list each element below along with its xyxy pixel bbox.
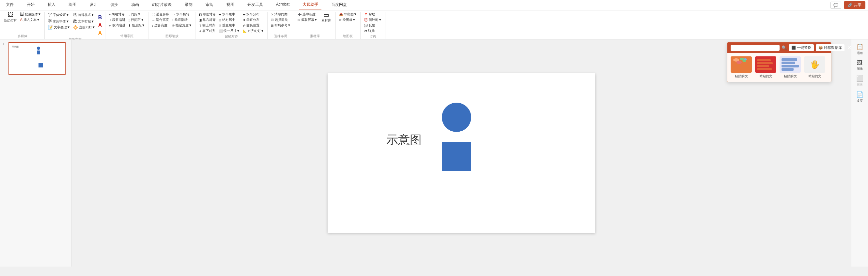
menu-slideshow[interactable]: 幻灯片放映 <box>149 1 175 9</box>
menu-animation[interactable]: 动画 <box>128 1 142 9</box>
popup-item-1[interactable]: 粘贴的文 <box>731 56 752 78</box>
btn-distribute-v[interactable]: ⬍ 垂直分布 <box>242 17 265 23</box>
center-h-icon: ⬌ <box>219 13 221 16</box>
sidebar-btn-multipage[interactable]: 📄 多页 <box>852 90 867 104</box>
popup-item-label-2: 粘贴的文 <box>760 74 772 78</box>
btn-color-red[interactable]: A <box>97 22 103 29</box>
sidebar-btn-image[interactable]: 🖼 图像 <box>852 58 867 72</box>
btn-spacing[interactable]: ↕ 间距▼ <box>127 12 146 17</box>
menu-view[interactable]: 视图 <box>223 1 238 9</box>
btn-fit-width[interactable]: ↔ 适合宽度 <box>150 17 170 23</box>
popup-panel: 🔍 ⬛ 一键替换 📦 转移数据库 ✕ <box>727 42 832 82</box>
menu-baidu[interactable]: 百度网盘 <box>328 1 350 9</box>
btn-align-bottom[interactable]: ⬇ 靠下对齐 <box>197 28 217 34</box>
popup-item-2[interactable]: 粘贴的文 <box>755 56 776 78</box>
menu-devtools[interactable]: 开发工具 <box>244 1 266 9</box>
btn-center-h[interactable]: ⬌ 水平居中 <box>217 12 241 17</box>
btn-purchase[interactable]: 🏷 订购 <box>363 28 383 34</box>
share-button[interactable]: 🔗 共享 <box>844 1 865 9</box>
asset-lib-icon: 🗃 <box>324 12 329 18</box>
popup-close-btn[interactable]: ✕ <box>846 45 852 51</box>
btn-align-slide[interactable]: 📐 对齐幻灯▼ <box>242 28 265 34</box>
btn-rotate[interactable]: ⟳ 指定角度▼ <box>170 23 193 28</box>
text-scatter-icon: 散 <box>73 19 77 24</box>
btn-new-slide[interactable]: 🖼 新幻灯片 <box>3 12 18 24</box>
menu-file[interactable]: 文件 <box>3 1 17 9</box>
ribbon-group-assets: ➕ 选中新建 ✂ 截取屏幕▼ 🗃 素材库 素材库 <box>294 12 336 39</box>
canvas-area: 示意图 🔍 ⬛ 一键替换 📦 转移数据库 ✕ <box>72 39 851 267</box>
align-left-icon: ◧ <box>199 13 202 16</box>
ribbon-group-purchase: 📍 帮助 ⏰ 倒计时▼ 💬 反馈 🏷 订购 <box>361 12 385 39</box>
btn-feedback[interactable]: 💬 反馈 <box>363 23 383 28</box>
popup-search-icon[interactable]: 🔍 <box>781 45 787 50</box>
btn-export-img[interactable]: 📤 导出图▼ <box>338 12 358 17</box>
help-icon: 📍 <box>364 13 368 16</box>
btn-uniform-size[interactable]: ⬜ 统一尺寸▼ <box>217 28 241 34</box>
sidebar-btn-common[interactable]: 📋 通用 <box>852 42 867 57</box>
btn-new-selected[interactable]: ➕ 选中新建 <box>296 12 319 17</box>
image-icon: 🖼 <box>857 59 863 66</box>
btn-color-orange[interactable]: A <box>97 30 103 36</box>
menu-dazhizhushou[interactable]: 大师助手 <box>299 1 321 9</box>
menu-draw[interactable]: 绘图 <box>65 1 80 9</box>
menu-insert[interactable]: 插入 <box>44 1 59 9</box>
btn-screenshot[interactable]: ✂ 截取屏幕▼ <box>296 17 319 23</box>
btn-bold[interactable]: B <box>97 14 103 21</box>
btn-center-abs[interactable]: ⊞ 绝对居中 <box>217 17 241 23</box>
current-slide-icon: 🔆 <box>73 25 78 30</box>
btn-current-slide[interactable]: 🔆 当前幻灯▼ <box>72 25 97 30</box>
menu-record[interactable]: 录制 <box>181 1 196 9</box>
popup-transfer-btn[interactable]: 📦 转移数据库 <box>816 44 844 51</box>
new-slide-icon: 🖼 <box>8 12 13 18</box>
menu-design[interactable]: 设计 <box>86 1 100 9</box>
btn-line-spacing[interactable]: ↨ 行间距▼ <box>127 17 146 23</box>
btn-swap-pos[interactable]: ⇄ 交换位置 <box>242 23 265 28</box>
slide-thumbnail[interactable]: 示意图 <box>8 42 66 75</box>
btn-align-top[interactable]: ⬆ 靠上对齐 <box>197 23 217 28</box>
btn-distribute-h[interactable]: ⬌ 水平分布 <box>242 12 265 17</box>
btn-flip-h[interactable]: ↔ 水平翻转 <box>170 12 193 17</box>
btn-fit-height[interactable]: ↕ 适合高度 <box>150 23 170 28</box>
menu-acrobat[interactable]: Acrobat <box>273 1 293 9</box>
btn-select-same[interactable]: ☑ 选择同类 <box>270 17 292 23</box>
btn-font-setting[interactable]: 字 字体设置▼ <box>46 12 71 18</box>
btn-countdown[interactable]: ⏰ 倒计时▼ <box>363 17 383 23</box>
text-arrange-icon: 📝 <box>48 25 53 30</box>
popup-thumb-3 <box>780 56 801 73</box>
btn-align-right[interactable]: ◨ 靠右对齐 <box>197 17 217 23</box>
btn-align-left[interactable]: ◧ 靠左对齐 <box>197 12 217 17</box>
distribute-v-icon: ⬍ <box>243 18 245 22</box>
btn-indent[interactable]: ↦ 段首缩进 <box>107 17 127 23</box>
menu-review[interactable]: 审阅 <box>202 1 217 9</box>
canvas-circle[interactable] <box>442 103 471 132</box>
btn-unindent[interactable]: ↤ 取消缩进 <box>107 23 127 28</box>
btn-text-scatter[interactable]: 散 文本打散▼ <box>72 18 97 25</box>
btn-insert-text[interactable]: A 插入文本▼ <box>19 17 42 23</box>
popup-item-4[interactable]: 🖐 粘贴的文 <box>804 56 825 78</box>
popup-search-input[interactable] <box>731 45 780 51</box>
sidebar-btn-shape[interactable]: ⬜ 形状 <box>852 74 867 88</box>
popup-replace-btn[interactable]: ⬛ 一键替换 <box>789 44 814 51</box>
btn-clear-same[interactable]: ✕ 清除同类 <box>270 12 292 17</box>
btn-text-arrange[interactable]: 📝 文字整理▼ <box>46 25 71 30</box>
canvas-rectangle[interactable] <box>442 142 471 171</box>
btn-batch-media[interactable]: 🖼 批量媒体▼ <box>19 12 42 17</box>
btn-justify[interactable]: ≡ 两端对齐 <box>107 12 127 17</box>
btn-layout-ref[interactable]: ⊞ 布局参考▼ <box>270 23 292 28</box>
btn-asset-lib[interactable]: 🗃 素材库 <box>319 12 334 24</box>
btn-help[interactable]: 📍 帮助 <box>363 12 383 17</box>
btn-para-spacing[interactable]: ⬇ 段后距▼ <box>127 23 146 28</box>
ribbon-group-align: ◧ 靠左对齐 ◨ 靠右对齐 ⬆ 靠上对齐 ⬇ 靠下对齐 <box>195 12 268 39</box>
popup-item-3[interactable]: 粘贴的文 <box>780 56 801 78</box>
popup-items: 粘贴的文 粘贴的文 <box>731 56 828 78</box>
btn-fit-screen[interactable]: ⛶ 适合屏幕 <box>150 12 170 17</box>
btn-drawboard[interactable]: ✏ 绘图板▼ <box>338 17 358 23</box>
btn-flip-v[interactable]: ↕ 垂直翻转 <box>170 17 193 23</box>
btn-common-font[interactable]: 字 常用字体▼ <box>46 18 71 25</box>
chat-button[interactable]: 💬 <box>831 2 841 9</box>
menu-home[interactable]: 开始 <box>24 1 38 9</box>
btn-special-format[interactable]: 格 特殊格式▼ <box>72 12 97 18</box>
btn-center-v[interactable]: ⬍ 垂直居中 <box>217 23 241 28</box>
menu-switch[interactable]: 切换 <box>107 1 121 9</box>
slide-canvas[interactable]: 示意图 <box>328 73 595 233</box>
